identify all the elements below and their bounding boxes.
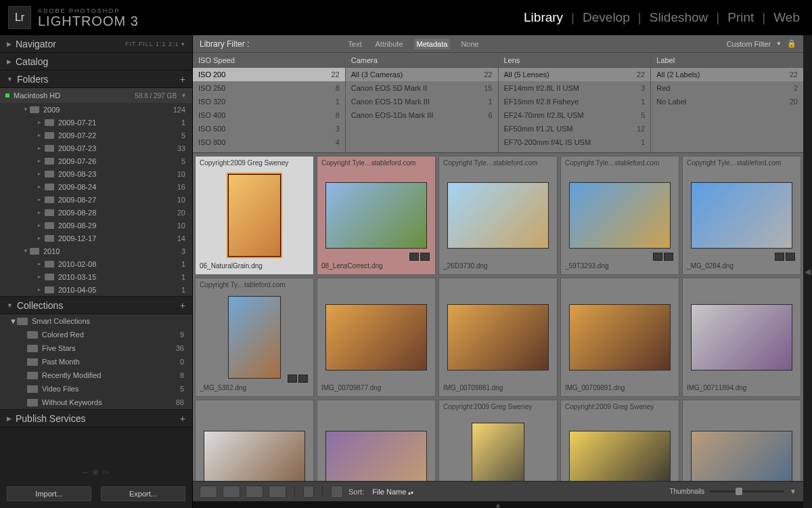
metadata-row[interactable]: Canon EOS-1D Mark III1 <box>346 95 498 108</box>
metadata-row-all[interactable]: All (3 Cameras)22 <box>346 68 498 81</box>
thumbnail-cell[interactable] <box>195 400 314 481</box>
folder-row[interactable]: ▸2009-08-2820 <box>0 206 192 219</box>
smart-collection-row[interactable]: Colored Red9 <box>0 328 192 341</box>
loupe-view-button[interactable] <box>223 486 240 498</box>
metadata-row[interactable]: Red2 <box>651 81 803 95</box>
navigator-panel-header[interactable]: ▶ Navigator FIT FILL 1:1 2:1 ▾ <box>0 35 192 53</box>
add-collection-icon[interactable]: + <box>180 300 185 311</box>
thumbnail-cell[interactable]: IMG_00711894.dng <box>682 278 801 397</box>
develop-badge-icon[interactable] <box>664 253 673 261</box>
toolbar-menu-icon[interactable]: ▼ <box>790 488 796 495</box>
folder-row[interactable]: ▸2009-08-2710 <box>0 193 192 206</box>
keyword-badge-icon[interactable] <box>775 253 784 261</box>
filter-preset-menu[interactable]: Custom Filter <box>727 40 771 48</box>
grid-view-button[interactable] <box>200 486 217 498</box>
folder-row[interactable]: ▸2009-08-2310 <box>0 167 192 180</box>
metadata-row[interactable]: Canon EOS-1Ds Mark III6 <box>346 108 498 122</box>
lock-icon[interactable]: 🔒 <box>787 39 796 48</box>
folders-panel-header[interactable]: ▼ Folders + <box>0 70 192 88</box>
thumbnail-cell[interactable] <box>682 400 801 481</box>
publish-panel-header[interactable]: ▶ Publish Services + <box>0 410 192 427</box>
export-button[interactable]: Export... <box>101 486 185 501</box>
metadata-column-header[interactable]: Camera <box>346 53 498 68</box>
metadata-row[interactable]: ISO 5003 <box>193 122 345 135</box>
metadata-row[interactable]: No Label20 <box>651 95 803 108</box>
thumbnail-grid-viewport[interactable]: Copyright:2009 Greg Sweney 06_NaturalGra… <box>193 153 803 481</box>
keyword-badge-icon[interactable] <box>409 253 419 261</box>
thumbnail-size-slider[interactable] <box>710 490 784 492</box>
thumbnail-cell[interactable]: Copyright Ty…tableford.com _MG_5382.dng <box>195 278 314 397</box>
compare-view-button[interactable] <box>246 486 263 498</box>
folder-row[interactable]: ▼20103 <box>0 245 192 257</box>
folder-row[interactable]: ▸2009-08-2416 <box>0 180 192 193</box>
metadata-row[interactable]: ISO 3201 <box>193 95 345 108</box>
smart-collection-row[interactable]: Five Stars36 <box>0 341 192 355</box>
module-print[interactable]: Print <box>727 10 754 25</box>
add-folder-icon[interactable]: + <box>180 74 185 85</box>
folder-row[interactable]: ▸2009-07-2333 <box>0 142 192 154</box>
survey-view-button[interactable] <box>269 486 286 498</box>
thumbnail-cell[interactable]: Copyright Tyle…stableford.com _MG_0284.d… <box>682 156 801 275</box>
folder-row[interactable]: ▸2009-07-265 <box>0 154 192 167</box>
painter-tool-button[interactable] <box>303 486 314 498</box>
metadata-row[interactable]: ISO 8004 <box>193 135 345 149</box>
thumbnail-cell[interactable]: Copyright:2009 Greg Sweney <box>438 400 558 481</box>
chevron-down-icon[interactable]: ▼ <box>181 92 187 99</box>
navigator-zoom-presets[interactable]: FIT FILL 1:1 2:1 ▾ <box>125 41 185 47</box>
folder-row[interactable]: ▸2010-02-081 <box>0 257 192 270</box>
develop-badge-icon[interactable] <box>420 253 430 261</box>
thumbnail-cell[interactable]: IMG_00709891.dng <box>560 278 679 397</box>
collections-panel-header[interactable]: ▼ Collections + <box>0 297 192 314</box>
metadata-column-header[interactable]: ISO Speed <box>193 53 345 68</box>
folder-row[interactable]: ▸2009-12-1714 <box>0 232 192 245</box>
metadata-row[interactable]: EF50mm f/1.2L USM12 <box>499 122 651 135</box>
metadata-row-all[interactable]: All (5 Lenses)22 <box>499 68 651 81</box>
filter-tab-none[interactable]: None <box>458 39 481 49</box>
filmstrip-handle[interactable]: ▴ <box>193 501 803 508</box>
develop-badge-icon[interactable] <box>786 253 795 261</box>
volume-row[interactable]: Macintosh HD 58.8 / 297 GB ▼ <box>0 88 192 103</box>
filter-tab-metadata[interactable]: Metadata <box>414 39 451 49</box>
metadata-row[interactable]: EF14mm f/2.8L II USM3 <box>499 81 651 95</box>
metadata-row[interactable]: Canon EOS 5D Mark II15 <box>346 81 498 95</box>
filter-tab-text[interactable]: Text <box>345 39 364 49</box>
module-library[interactable]: Library <box>524 10 563 25</box>
thumbnail-cell[interactable]: Copyright Tyle…stableford.com 08_LensCor… <box>317 156 436 275</box>
keyword-badge-icon[interactable] <box>288 375 297 383</box>
metadata-row[interactable]: ISO 20022 <box>193 68 345 81</box>
filter-tab-attribute[interactable]: Attribute <box>373 39 406 49</box>
metadata-row[interactable]: EF24-70mm f/2.8L USM5 <box>499 108 651 122</box>
smart-collections-group[interactable]: ▼ Smart Collections <box>0 314 192 328</box>
right-panel-handle[interactable]: ◀ <box>803 35 812 508</box>
folder-row[interactable]: ▸2009-07-211 <box>0 116 192 129</box>
thumbnail-cell[interactable]: Copyright Tyle…stableford.com _26D3730.d… <box>438 156 558 275</box>
metadata-column-header[interactable]: Label <box>651 53 803 68</box>
folder-row[interactable]: ▸2009-07-225 <box>0 129 192 142</box>
folder-row[interactable]: ▸2009-08-2910 <box>0 219 192 232</box>
smart-collection-row[interactable]: Past Month0 <box>0 355 192 368</box>
folder-row[interactable]: ▼2009124 <box>0 103 192 116</box>
keyword-badge-icon[interactable] <box>653 253 662 261</box>
metadata-row[interactable]: EF15mm f/2.8 Fisheye1 <box>499 95 651 108</box>
module-slideshow[interactable]: Slideshow <box>650 10 708 25</box>
smart-collection-row[interactable]: Video Files5 <box>0 382 192 396</box>
sort-direction-button[interactable] <box>331 486 343 498</box>
thumbnail-cell[interactable]: IMG_00709881.dng <box>438 278 558 397</box>
thumbnail-cell[interactable]: Copyright:2009 Greg Sweney <box>560 400 679 481</box>
metadata-row[interactable]: ISO 2508 <box>193 81 345 95</box>
module-develop[interactable]: Develop <box>583 10 630 25</box>
thumbnail-cell[interactable]: Copyright:2009 Greg Sweney 06_NaturalGra… <box>195 156 314 275</box>
chevron-down-icon[interactable]: ▼ <box>776 41 782 47</box>
metadata-column-header[interactable]: Lens <box>499 53 651 68</box>
metadata-row[interactable]: EF70-200mm f/4L IS USM1 <box>499 135 651 149</box>
catalog-panel-header[interactable]: ▶ Catalog <box>0 53 192 70</box>
metadata-row-all[interactable]: All (2 Labels)22 <box>651 68 803 81</box>
import-button[interactable]: Import... <box>7 486 91 501</box>
folder-row[interactable]: ▸2010-03-151 <box>0 270 192 283</box>
add-publish-icon[interactable]: + <box>180 413 185 424</box>
thumbnail-cell[interactable]: Copyright Tyle…stableford.com _59T3293.d… <box>560 156 679 275</box>
smart-collection-row[interactable]: Without Keywords88 <box>0 396 192 409</box>
smart-collection-row[interactable]: Recently Modified8 <box>0 368 192 382</box>
sort-menu[interactable]: File Name ▴▾ <box>372 488 413 496</box>
folder-row[interactable]: ▸2010-04-051 <box>0 283 192 296</box>
